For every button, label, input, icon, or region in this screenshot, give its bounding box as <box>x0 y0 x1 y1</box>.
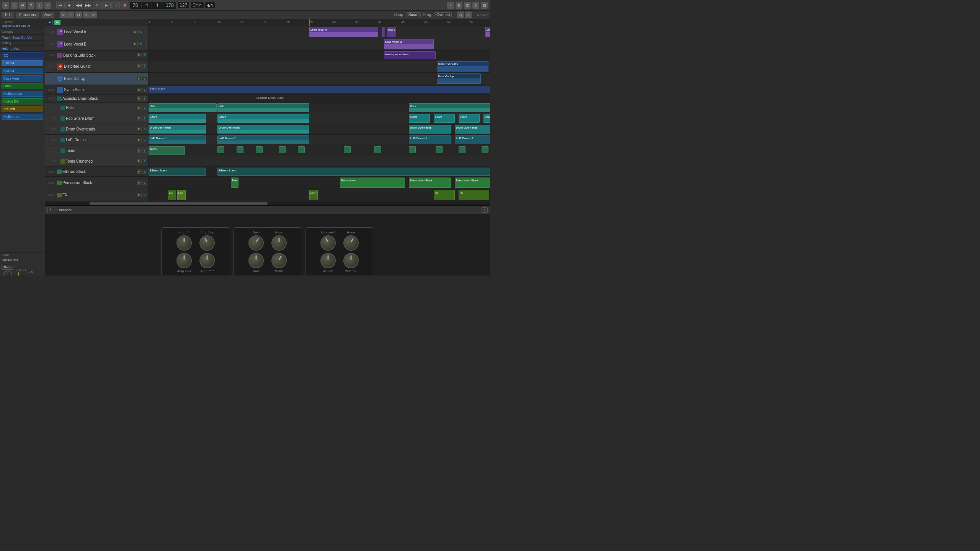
track-content-eldrum-stack[interactable]: ElDrum Stack ElDrum Stack <box>149 167 490 176</box>
solo-fx[interactable]: S <box>142 193 147 197</box>
mute-toms[interactable]: M <box>137 148 142 153</box>
clip-fx-1[interactable]: Bat <box>168 190 176 200</box>
zoom-out-icon[interactable]: ⊞ <box>456 2 462 9</box>
clip-distorted-guitar[interactable]: Distorted Guitar <box>437 61 488 72</box>
edit-menu[interactable]: Edit <box>2 12 14 18</box>
solo-lead-vocal-a[interactable]: S <box>138 30 143 34</box>
clip-eldrum-1[interactable]: ElDrum Stack <box>149 168 206 176</box>
clip-snare-5[interactable]: Snare <box>459 114 480 123</box>
record-button[interactable]: ⏺ <box>121 2 129 9</box>
solo-distorted-guitar[interactable]: S <box>142 64 147 68</box>
ratio-knob[interactable] <box>343 235 359 251</box>
solo-backing[interactable]: S <box>142 53 147 57</box>
mute-distorted-guitar[interactable]: M <box>137 64 142 68</box>
solo-percussion-stack[interactable]: S <box>142 181 147 185</box>
clip-synth-stack-full[interactable]: Synth Stack <box>149 86 490 93</box>
track-content-hats[interactable]: Hats Hats Hats Hats <box>149 103 490 113</box>
solo-synth-stack[interactable]: S <box>142 88 147 92</box>
track-content-synth-stack[interactable]: Synth Stack <box>149 85 490 95</box>
clip-toms-11[interactable] <box>459 146 466 153</box>
track-label[interactable]: Track: Bass Cut Up <box>0 35 45 41</box>
solo-toms-crunched[interactable]: S <box>142 159 147 163</box>
trim-tool[interactable]: ╌ <box>67 11 74 18</box>
eq-plugin[interactable]: EQ <box>2 52 43 59</box>
loop-button[interactable]: ↺ <box>93 2 101 9</box>
plugin-icon[interactable]: ⟨ <box>36 2 43 9</box>
select-tool[interactable]: ⊡ <box>75 11 82 18</box>
clip-toms-9[interactable] <box>409 146 416 153</box>
horizontal-scrollbar[interactable] <box>45 201 490 205</box>
solo-eldrum-stack[interactable]: S <box>142 170 147 174</box>
view-menu[interactable]: View <box>41 12 55 18</box>
solo-hats[interactable]: S <box>142 106 147 110</box>
back-button[interactable]: ◀◀ <box>75 2 83 9</box>
solo-lead-vocal-b[interactable]: S <box>138 42 143 46</box>
scrollbar-thumb[interactable] <box>90 202 268 205</box>
key-display[interactable]: Cmin <box>190 2 204 8</box>
clip-toms-6[interactable] <box>298 146 305 153</box>
clip-hats-1[interactable]: Hats <box>149 103 217 112</box>
clip-lofi-drums-1[interactable]: LoFi Drums 1 <box>149 135 206 144</box>
clip-bass-cut-up[interactable]: Bass Cut Up <box>437 73 481 84</box>
stereo-out[interactable]: Stereo Out <box>0 258 45 263</box>
help-icon[interactable]: ? <box>28 2 34 9</box>
bass-amp-plugin[interactable]: EXS24 <box>2 68 43 74</box>
ffwd-button[interactable]: ⏭ <box>65 2 74 9</box>
clip-eldrum-2[interactable]: ElDrum Stack <box>217 168 490 176</box>
clip-toms-8[interactable] <box>374 146 381 153</box>
h-button[interactable]: H <box>54 20 60 25</box>
track-resize-lead-vocal-a[interactable]: ◁ <box>145 30 147 34</box>
preset-label[interactable]: Helena Mix <box>0 46 45 52</box>
track-content-toms-crunched[interactable] <box>149 156 490 166</box>
amp-sus-knob[interactable] <box>176 253 192 268</box>
compressor-plugin[interactable]: Bass Amp <box>2 75 43 82</box>
mute-backing[interactable]: M <box>137 53 142 57</box>
drag-value[interactable]: Overlap <box>434 12 452 17</box>
track-content-drum-overheads[interactable]: Drum Overheads Drum Overheads Drum Overh… <box>149 124 490 134</box>
mute-lead-vocal-b[interactable]: M <box>133 42 138 46</box>
track-content-acoustic-drum[interactable]: Acoustic Drum Stack <box>149 95 490 102</box>
session-name[interactable]: Movie <box>5 20 13 24</box>
release-knob[interactable] <box>343 253 359 268</box>
track-content-snare[interactable]: Snare Snare Snare Snare <box>149 113 490 124</box>
solo-toms[interactable]: S <box>142 148 147 153</box>
user-icon[interactable]: ⊙ <box>472 2 479 9</box>
clip-hats-2[interactable]: Hats <box>217 103 309 112</box>
clip-fx-5[interactable]: FX <box>459 190 489 200</box>
track-content-percussion-stack[interactable]: Perc Percussion Percussion Stack Percuss… <box>149 177 490 189</box>
clip-toms-12[interactable] <box>482 146 488 153</box>
view-icon[interactable]: ◫ <box>464 2 471 9</box>
clip-fx-2[interactable]: Lasr <box>177 190 186 200</box>
read-button[interactable]: Read <box>2 265 13 270</box>
solo-drum-overheads[interactable]: S <box>142 127 147 131</box>
amp-rel-knob[interactable] <box>199 253 215 268</box>
clip-overheads-2[interactable]: Drum Overheads <box>217 125 309 134</box>
mute-fx[interactable]: M <box>137 193 142 197</box>
mute-eldrum-stack[interactable]: M <box>137 170 142 174</box>
solo-lofi-drums[interactable]: S <box>142 138 147 142</box>
play-button[interactable]: ▶ <box>102 2 111 9</box>
clip-snare-4[interactable]: Snare <box>434 114 455 123</box>
track-content-lead-vocal-a[interactable]: Lead Vocal A Toke 1 Lead Vocal A <box>149 26 490 38</box>
settings-icon[interactable]: ⚙ <box>19 2 26 9</box>
match-eq-plugin[interactable]: Match EQ <box>2 98 43 104</box>
clip-fx-4[interactable]: FX <box>434 190 455 200</box>
clip-overheads-4[interactable]: Drum Overheads <box>455 125 490 134</box>
treble-knob[interactable] <box>271 253 287 268</box>
clip-snare-1[interactable]: Snare <box>149 114 206 123</box>
track-content-lofi-drums[interactable]: LoFi Drums 1 LoFi Drums 2 LoFi Drums 1 L… <box>149 135 490 145</box>
clip-toms-4[interactable] <box>256 146 263 153</box>
clip-lofi-drums-3[interactable]: LoFi Drums 1 <box>409 135 451 144</box>
gain-plugin[interactable]: Gain <box>2 83 43 89</box>
nudge-right-icon[interactable]: ▷ <box>465 11 472 18</box>
multimeter-plugin[interactable]: Multimeter <box>2 114 43 120</box>
clip-toms-5[interactable] <box>279 146 286 153</box>
mute-synth-stack[interactable]: M <box>137 88 142 92</box>
track-resize-lead-vocal-b[interactable]: ◁ <box>145 42 147 46</box>
mute-toms-crunched[interactable]: M <box>137 159 142 163</box>
functions-menu[interactable]: Functions <box>16 12 38 18</box>
clip-toms-3[interactable] <box>237 146 243 153</box>
clip-toms-10[interactable] <box>436 146 443 153</box>
zoom-in-icon[interactable]: ≡ <box>447 2 454 9</box>
track-content-distorted-guitar[interactable]: Distorted Guitar <box>149 60 490 72</box>
